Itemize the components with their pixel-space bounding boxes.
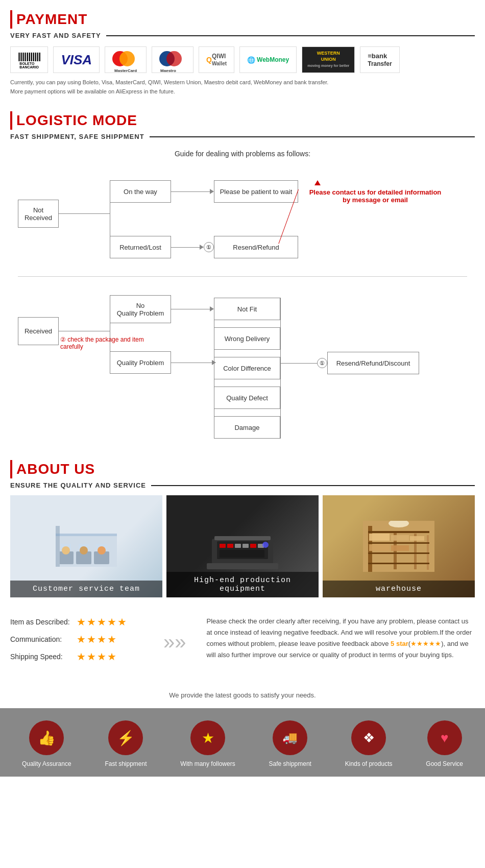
fc-please-wait: Please be patient to wait (214, 180, 298, 203)
icon-fast-circle: ⚡ (108, 720, 143, 755)
icon-quality-label: Quality Assurance (22, 760, 71, 767)
fc-arrow-2 (200, 245, 204, 250)
ratings-text: Please check the order clearly after rec… (207, 616, 475, 668)
logistic-header-bar (10, 111, 12, 130)
svg-rect-30 (368, 542, 429, 544)
svg-rect-21 (220, 550, 264, 558)
fc-resend-refund-discount: Resend/Refund/Discount (327, 352, 419, 374)
svg-rect-17 (235, 544, 241, 548)
icon-kinds-circle: ❖ (351, 720, 386, 755)
payment-logo-qiwi: Q QIWIWallet (199, 46, 234, 73)
icon-quality-circle: 👍 (29, 720, 64, 755)
fc-received: Received (18, 317, 59, 345)
fc-color-difference: Color Difference (214, 357, 280, 379)
payment-section: PAYMENT VERY FAST AND SAFETY |||||||||||… (0, 0, 485, 106)
payment-header: PAYMENT (10, 10, 475, 29)
svg-rect-15 (220, 544, 226, 548)
svg-rect-37 (391, 545, 409, 551)
about-subtitle-line (151, 485, 475, 486)
fc-please-contact: Please contact us for detailed informati… (304, 188, 447, 204)
photos-row: Customer service team (10, 495, 475, 597)
fc-line-9 (171, 363, 214, 363)
rating-label-item: Item as Described: (10, 618, 77, 626)
svg-rect-35 (410, 536, 424, 541)
fc-arrow-3 (210, 306, 214, 311)
icon-followers-label: With many followers (180, 760, 235, 767)
fc-circle-2: ① (317, 358, 327, 368)
photo-warehouse: warehouse (323, 495, 475, 597)
svg-rect-33 (369, 534, 390, 541)
ratings-arrow: »» (158, 616, 191, 668)
icon-fast-label: Fast shippment (105, 760, 147, 767)
svg-rect-34 (391, 535, 409, 541)
svg-point-9 (98, 546, 106, 554)
fc-circle-1: ① (204, 242, 214, 252)
photo-office: Customer service team (10, 495, 162, 597)
payment-header-bar (10, 10, 12, 29)
rating-label-ship: Shipping Speed: (10, 653, 77, 661)
rating-label-comm: Communication: (10, 635, 77, 643)
office-svg (56, 526, 117, 567)
payment-logo-visa: VISA (53, 46, 100, 73)
office-caption: Customer service team (10, 581, 162, 597)
bottom-icons-row: 👍 Quality Assurance ⚡ Fast shippment ★ W… (5, 720, 480, 767)
icon-followers-circle: ★ (190, 720, 225, 755)
svg-rect-29 (368, 531, 429, 533)
fc-resend-refund-1: Resend/Refund (214, 236, 298, 258)
icon-quality: 👍 Quality Assurance (22, 720, 71, 767)
payment-subtitle-line (106, 35, 475, 36)
logistic-header: LOGISTIC MODE (10, 111, 475, 130)
fc-line-10 (280, 363, 321, 364)
guide-title: Guide for dealing with problems as follo… (10, 150, 475, 158)
fc-quality-problem: Quality Problem (110, 351, 171, 374)
warehouse-svg (363, 521, 434, 572)
payment-note: Currently, you can pay using Boleto, Vis… (10, 78, 475, 96)
icon-fast: ⚡ Fast shippment (105, 720, 147, 767)
fc-line-vert-quality (214, 309, 214, 439)
logistic-section: LOGISTIC MODE FAST SHIPPMENT, SAFE SHIPP… (0, 106, 485, 455)
svg-rect-22 (207, 563, 278, 569)
svg-rect-36 (369, 544, 390, 551)
fc-returned-lost: Returned/Lost (110, 236, 171, 258)
rating-row-ship: Shipping Speed: ★★★★ (10, 650, 143, 663)
fc-line-6 (59, 331, 110, 331)
fc-separator (18, 276, 467, 277)
svg-point-23 (262, 542, 269, 548)
icon-safe-circle: 🚚 (273, 720, 307, 755)
fc-line-1 (59, 213, 110, 214)
payment-title: PAYMENT (16, 11, 87, 28)
icon-service: ♥ Good Service (426, 720, 463, 767)
ratings-left: Item as Described: ★★★★★ Communication: … (10, 616, 143, 668)
bottom-icons-section: 👍 Quality Assurance ⚡ Fast shippment ★ W… (0, 708, 485, 777)
fc-not-received: NotReceived (18, 200, 59, 228)
svg-rect-19 (250, 544, 256, 548)
warehouse-caption: warehouse (323, 581, 475, 597)
ratings-section: Item as Described: ★★★★★ Communication: … (0, 608, 485, 676)
about-header: ABOUT US (10, 460, 475, 478)
fc-arrow-1 (210, 189, 214, 194)
payment-logo-western: WESTERNUNIONmoving money for better (302, 46, 355, 73)
machine-svg (207, 523, 278, 569)
svg-rect-10 (56, 526, 60, 567)
photo-machine: High-end production equipment (166, 495, 319, 597)
svg-rect-13 (214, 536, 271, 540)
fc-line-8 (171, 309, 212, 309)
icon-service-label: Good Service (426, 760, 463, 767)
flowchart: NotReceived On the way Please be patient… (18, 169, 467, 429)
fc-quality-defect: Quality Defect (214, 387, 280, 409)
icon-followers: ★ With many followers (180, 720, 235, 767)
about-section: ABOUT US ENSURE THE QUALITY AND SERVICE (0, 455, 485, 608)
fc-wrong-delivery: Wrong Delivery (214, 327, 280, 350)
rating-stars-comm: ★★★★ (77, 633, 117, 645)
svg-rect-11 (56, 534, 117, 536)
fc-red-arrow-head (314, 180, 321, 185)
svg-rect-32 (368, 563, 429, 564)
rating-stars-item: ★★★★★ (77, 616, 128, 628)
about-title: ABOUT US (16, 461, 95, 477)
icon-safe-label: Safe shippment (269, 760, 311, 767)
about-subtitle: ENSURE THE QUALITY AND SERVICE (10, 481, 475, 489)
rating-stars-ship: ★★★★ (77, 650, 117, 663)
logistic-subtitle: FAST SHIPPMENT, SAFE SHIPPMENT (10, 133, 475, 140)
svg-point-8 (80, 546, 88, 554)
fc-check-package: ② check the package and item carefully (60, 336, 162, 350)
